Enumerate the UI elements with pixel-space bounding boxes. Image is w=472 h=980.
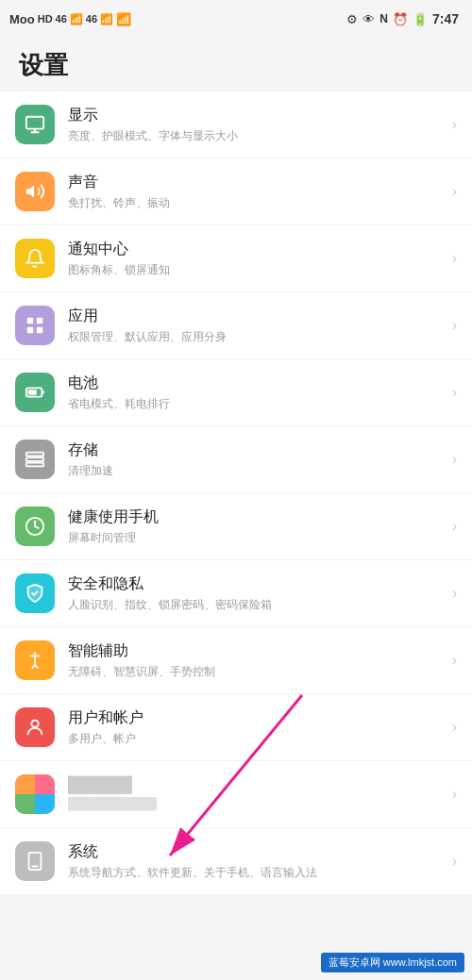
carrier-text: Moo	[9, 12, 35, 26]
network-4g2: 46	[86, 13, 97, 25]
chevron-right-icon: ›	[452, 250, 457, 267]
svg-rect-9	[26, 457, 43, 461]
chevron-right-icon: ›	[452, 585, 457, 602]
system-icon	[15, 841, 55, 881]
wifi-icon: 📶	[116, 12, 131, 26]
system-subtitle: 系统导航方式、软件更新、关于手机、语言输入法	[68, 865, 445, 881]
battery-subtitle: 省电模式、耗电排行	[68, 396, 445, 412]
watermark: 蓝莓安卓网 www.lmkjst.com	[321, 953, 464, 972]
chevron-right-icon: ›	[452, 183, 457, 200]
storage-content: 存储 清理加速	[68, 440, 445, 479]
security-title: 安全和隐私	[68, 574, 445, 594]
time-display: 7:47	[432, 11, 459, 26]
accessibility-icon	[15, 640, 55, 680]
chevron-right-icon: ›	[452, 116, 457, 133]
health-content: 健康使用手机 屏幕时间管理	[68, 507, 445, 546]
svg-rect-4	[27, 327, 33, 333]
chevron-right-icon: ›	[452, 384, 457, 401]
page-title: 设置	[19, 49, 453, 82]
storage-subtitle: 清理加速	[68, 463, 445, 479]
settings-item-health[interactable]: 健康使用手机 屏幕时间管理 ›	[0, 493, 472, 560]
chevron-right-icon: ›	[452, 451, 457, 468]
apps-content: 应用 权限管理、默认应用、应用分身	[68, 307, 445, 345]
chevron-right-icon: ›	[452, 853, 457, 870]
chevron-right-icon: ›	[452, 786, 457, 803]
apps-subtitle: 权限管理、默认应用、应用分身	[68, 329, 445, 345]
display-title: 显示	[68, 106, 445, 125]
chevron-right-icon: ›	[452, 719, 457, 736]
status-right: ⚙ 👁 N ⏰ 🔋 7:47	[346, 11, 459, 26]
apps-icon	[15, 306, 55, 345]
mosaic-title: ██████	[68, 776, 445, 793]
battery-icon: 🔋	[413, 12, 428, 26]
settings-item-sound[interactable]: 声音 免打扰、铃声、振动 ›	[0, 158, 472, 225]
accounts-subtitle: 多用户、帐户	[68, 731, 445, 747]
mosaic-subtitle: ███████████	[68, 796, 445, 812]
security-subtitle: 人脸识别、指纹、锁屏密码、密码保险箱	[68, 597, 445, 613]
notification-title: 通知中心	[68, 240, 445, 259]
svg-rect-5	[37, 327, 42, 333]
eye-icon: 👁	[362, 12, 375, 26]
accounts-title: 用户和帐户	[68, 708, 445, 728]
svg-rect-2	[27, 318, 33, 324]
chevron-right-icon: ›	[452, 518, 457, 535]
nfc-icon: N	[379, 12, 388, 25]
chevron-right-icon: ›	[452, 652, 457, 669]
svg-rect-0	[26, 117, 43, 129]
notification-content: 通知中心 图标角标、锁屏通知	[68, 240, 445, 278]
settings-item-apps[interactable]: 应用 权限管理、默认应用、应用分身 ›	[0, 292, 472, 359]
sound-content: 声音 免打扰、铃声、振动	[68, 173, 445, 211]
settings-item-accounts[interactable]: 用户和帐户 多用户、帐户 ›	[0, 694, 472, 761]
apps-title: 应用	[68, 307, 445, 326]
settings-item-security[interactable]: 安全和隐私 人脸识别、指纹、锁屏密码、密码保险箱 ›	[0, 560, 472, 627]
svg-marker-1	[26, 186, 34, 198]
sound-icon	[15, 172, 55, 211]
settings-item-display[interactable]: 显示 亮度、护眼模式、字体与显示大小 ›	[0, 91, 472, 158]
chevron-right-icon: ›	[452, 317, 457, 334]
storage-icon	[15, 440, 55, 479]
notification-subtitle: 图标角标、锁屏通知	[68, 262, 445, 278]
settings-item-accessibility[interactable]: 智能辅助 无障碍、智慧识屏、手势控制 ›	[0, 627, 472, 694]
accessibility-title: 智能辅助	[68, 641, 445, 661]
svg-rect-8	[26, 453, 43, 457]
svg-point-13	[31, 721, 38, 727]
status-bar: Moo HD 46 📶 46 📶 📶 ⚙ 👁 N ⏰ 🔋 7:47	[0, 0, 472, 38]
accounts-content: 用户和帐户 多用户、帐户	[68, 708, 445, 747]
settings-list: 显示 亮度、护眼模式、字体与显示大小 › 声音 免打扰、铃声、振动 › 通知中心…	[0, 91, 472, 895]
battery-title: 电池	[68, 374, 445, 393]
accessibility-content: 智能辅助 无障碍、智慧识屏、手势控制	[68, 641, 445, 680]
svg-rect-14	[29, 853, 42, 870]
sound-subtitle: 免打扰、铃声、振动	[68, 195, 445, 211]
sound-title: 声音	[68, 173, 445, 192]
health-icon	[15, 507, 55, 546]
health-subtitle: 屏幕时间管理	[68, 530, 445, 546]
accessibility-subtitle: 无障碍、智慧识屏、手势控制	[68, 664, 445, 680]
storage-title: 存储	[68, 440, 445, 460]
battery-content: 电池 省电模式、耗电排行	[68, 374, 445, 412]
svg-rect-3	[37, 318, 42, 324]
settings-item-battery[interactable]: 电池 省电模式、耗电排行 ›	[0, 359, 472, 426]
network-4g1: 46	[56, 13, 67, 25]
battery-icon	[15, 373, 55, 412]
accounts-icon	[15, 707, 55, 747]
status-left: Moo HD 46 📶 46 📶 📶	[9, 12, 131, 26]
settings-icon: ⚙	[346, 12, 358, 26]
system-title: 系统	[68, 842, 445, 862]
settings-item-notification[interactable]: 通知中心 图标角标、锁屏通知 ›	[0, 225, 472, 292]
health-title: 健康使用手机	[68, 507, 445, 527]
display-content: 显示 亮度、护眼模式、字体与显示大小	[68, 106, 445, 144]
system-content: 系统 系统导航方式、软件更新、关于手机、语言输入法	[68, 842, 445, 881]
svg-rect-10	[26, 463, 43, 467]
settings-item-storage[interactable]: 存储 清理加速 ›	[0, 426, 472, 493]
page-header: 设置	[0, 38, 472, 91]
signal-icon: 📶	[70, 13, 83, 25]
svg-point-12	[34, 652, 37, 655]
settings-item-mosaic[interactable]: ██████ ███████████ ›	[0, 761, 472, 828]
settings-item-system[interactable]: 系统 系统导航方式、软件更新、关于手机、语言输入法 ›	[0, 828, 472, 895]
alarm-icon: ⏰	[393, 12, 408, 26]
svg-rect-7	[28, 390, 37, 395]
network-hd: HD	[38, 13, 53, 25]
security-icon	[15, 573, 55, 613]
display-subtitle: 亮度、护眼模式、字体与显示大小	[68, 128, 445, 144]
security-content: 安全和隐私 人脸识别、指纹、锁屏密码、密码保险箱	[68, 574, 445, 613]
